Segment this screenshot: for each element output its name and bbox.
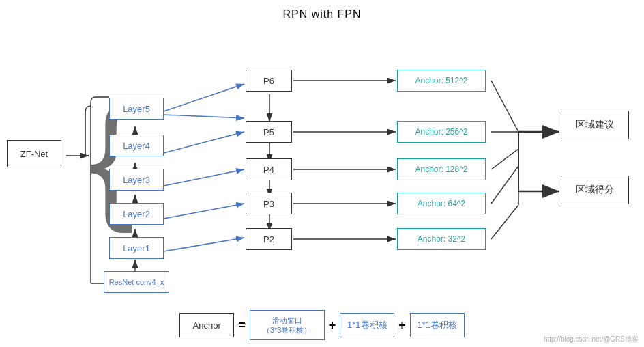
svg-line-24	[491, 81, 518, 132]
layer5-box: Layer5	[109, 98, 164, 120]
diagram: RPN with FPN	[0, 0, 644, 347]
svg-line-13	[164, 204, 244, 219]
resnet-box: ResNet conv4_x	[104, 271, 169, 293]
svg-line-26	[491, 149, 518, 169]
svg-line-11	[164, 132, 244, 153]
plus-sign-1: +	[329, 318, 336, 333]
bottom-anchor-box: Anchor	[179, 313, 234, 337]
conv1x1-box-2: 1*1卷积核	[410, 313, 465, 337]
anchor-64-box: Anchor: 64^2	[397, 193, 486, 214]
watermark: http://blog.csdn.net/@GRS博客	[544, 335, 639, 344]
plus-sign-2: +	[398, 318, 406, 333]
svg-line-14	[164, 238, 244, 251]
sliding-window-box: 滑动窗口 （3*3卷积核）	[250, 310, 325, 340]
svg-line-9	[164, 84, 244, 111]
conv1x1-box-1: 1*1卷积核	[340, 313, 394, 337]
anchor-32-box: Anchor: 32^2	[397, 228, 486, 250]
zfnet-box: ZF-Net	[7, 140, 61, 167]
p4-box: P4	[246, 158, 292, 180]
svg-line-28	[491, 205, 518, 239]
svg-line-10	[164, 115, 244, 118]
region-score-box: 区域得分	[561, 176, 629, 204]
diagram-title: RPN with FPN	[0, 0, 644, 20]
anchor-128-box: Anchor: 128^2	[397, 158, 486, 180]
svg-line-27	[491, 166, 518, 204]
p6-box: P6	[246, 70, 292, 92]
layer4-box: Layer4	[109, 135, 164, 156]
p3-box: P3	[246, 193, 292, 214]
equals-sign: =	[238, 318, 246, 333]
region-proposal-box: 区域建议	[561, 111, 629, 139]
p2-box: P2	[246, 228, 292, 250]
svg-line-12	[164, 169, 244, 186]
p5-box: P5	[246, 121, 292, 143]
layer1-box: Layer1	[109, 237, 164, 259]
layer3-box: Layer3	[109, 169, 164, 191]
anchor-256-box: Anchor: 256^2	[397, 121, 486, 143]
anchor-512-box: Anchor: 512^2	[397, 70, 486, 92]
layer2-box: Layer2	[109, 203, 164, 225]
